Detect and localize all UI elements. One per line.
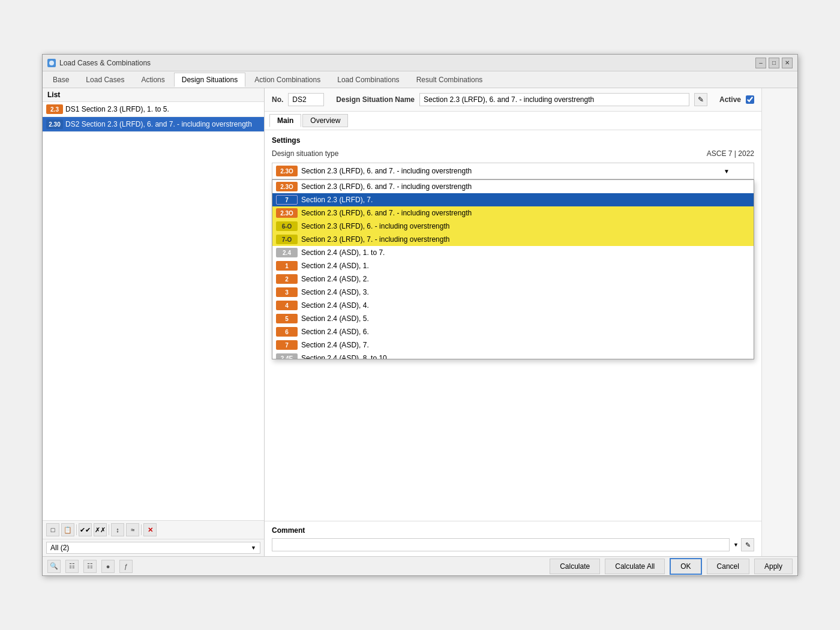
move-up-button[interactable]: ↕ — [111, 523, 124, 536]
selected-badge: 2.3O — [276, 166, 298, 176]
apply-button[interactable]: Apply — [754, 559, 793, 574]
item-badge: 3 — [276, 287, 298, 297]
tab-bar: Base Load Cases Actions Design Situation… — [43, 71, 797, 88]
item-badge: 6 — [276, 327, 298, 337]
tab-load-combinations[interactable]: Load Combinations — [329, 73, 407, 86]
dropdown-chevron-icon: ▼ — [251, 545, 256, 551]
tab-base[interactable]: Base — [45, 73, 77, 86]
comment-section: Comment ▼ ✎ — [265, 521, 761, 556]
comment-dropdown-icon[interactable]: ▼ — [733, 542, 739, 548]
all-dropdown-row: All (2) ▼ — [43, 539, 264, 556]
active-field: Active — [719, 95, 754, 104]
no-label: No. — [272, 95, 283, 104]
validate2-button[interactable]: ✗✗ — [94, 523, 107, 536]
item-badge: 7 — [276, 340, 298, 350]
item-badge: 7-O — [276, 235, 298, 244]
tab-action-combinations[interactable]: Action Combinations — [247, 73, 328, 86]
dropdown-item[interactable]: 6 Section 2.4 (ASD), 6. — [272, 325, 754, 338]
dropdown-item[interactable]: 2 Section 2.4 (ASD), 2. — [272, 272, 754, 286]
grid-button[interactable]: ☷ — [65, 560, 79, 573]
active-checkbox[interactable] — [746, 95, 754, 104]
copy-button[interactable]: 📋 — [61, 523, 74, 536]
list-item[interactable]: 2.3 DS1 Section 2.3 (LRFD), 1. to 5. — [43, 102, 264, 117]
item-badge: 6-O — [276, 221, 298, 231]
list-header: List — [43, 88, 264, 102]
cancel-button[interactable]: Cancel — [707, 559, 749, 574]
dst-label: Design situation type — [272, 149, 702, 158]
dropdown-item[interactable]: 7 Section 2.4 (ASD), 7. — [272, 338, 754, 352]
dropdown-list: 2.3O Section 2.3 (LRFD), 6. and 7. - inc… — [272, 179, 754, 359]
name-input[interactable] — [419, 93, 689, 106]
dropdown-item[interactable]: 7 Section 2.3 (LRFD), 7. — [272, 193, 754, 206]
edit-name-button[interactable]: ✎ — [694, 93, 707, 106]
no-field: No. — [272, 93, 324, 106]
dropdown-item[interactable]: 3 Section 2.4 (ASD), 3. — [272, 286, 754, 299]
name-field: Design Situation Name ✎ — [336, 93, 707, 106]
item-badge: 2 — [276, 274, 298, 284]
comment-label: Comment — [272, 526, 754, 535]
validate-button[interactable]: ✔✔ — [79, 523, 92, 536]
restore-button[interactable]: □ — [769, 58, 779, 68]
active-panel — [761, 88, 797, 556]
ok-button[interactable]: OK — [670, 558, 701, 575]
tab-actions[interactable]: Actions — [133, 73, 172, 86]
comment-input-row: ▼ ✎ — [272, 538, 754, 551]
title-bar: Load Cases & Combinations – □ ✕ — [43, 55, 797, 71]
dropdown-item[interactable]: 1 Section 2.4 (ASD), 1. — [272, 259, 754, 272]
item-badge: 5 — [276, 314, 298, 323]
item-badge: 2.3 — [46, 104, 63, 114]
dropdown-item[interactable]: 2.3O Section 2.3 (LRFD), 6. and 7. - inc… — [272, 206, 754, 220]
main-content: List 2.3 DS1 Section 2.3 (LRFD), 1. to 5… — [43, 88, 797, 556]
item-badge: 7 — [276, 195, 298, 205]
tree-button[interactable]: ☷ — [83, 560, 97, 573]
new-item-button[interactable]: □ — [46, 523, 59, 536]
bottom-toolbar: 🔍 ☷ ☷ ● ƒ Calculate Calculate All OK Can… — [43, 556, 797, 575]
tab-main[interactable]: Main — [269, 114, 301, 127]
function-button[interactable]: ƒ — [119, 560, 133, 573]
dropdown-item[interactable]: 6-O Section 2.3 (LRFD), 6. - including o… — [272, 220, 754, 233]
name-label: Design Situation Name — [336, 95, 415, 104]
item-text: DS1 Section 2.3 (LRFD), 1. to 5. — [65, 105, 169, 113]
active-label: Active — [719, 95, 741, 104]
dot-button[interactable]: ● — [101, 560, 115, 573]
selected-text: Section 2.3 (LRFD), 6. and 7. - includin… — [301, 167, 472, 175]
comment-input[interactable] — [272, 538, 730, 551]
left-panel: List 2.3 DS1 Section 2.3 (LRFD), 1. to 5… — [43, 88, 265, 556]
delete-button[interactable]: ✕ — [143, 523, 157, 536]
minimize-button[interactable]: – — [755, 58, 766, 68]
settings-content: Settings Design situation type ASCE 7 | … — [265, 130, 761, 521]
tab-load-cases[interactable]: Load Cases — [78, 73, 132, 86]
tab-result-combinations[interactable]: Result Combinations — [409, 73, 491, 86]
dropdown-item[interactable]: 2.4 Section 2.4 (ASD), 1. to 7. — [272, 246, 754, 259]
form-header: No. Design Situation Name ✎ Active — [265, 88, 761, 112]
item-badge: 2.30 — [46, 119, 63, 129]
right-panel: No. Design Situation Name ✎ Active Main … — [265, 88, 761, 556]
list-items: 2.3 DS1 Section 2.3 (LRFD), 1. to 5. 2.3… — [43, 102, 264, 311]
title-bar-left: Load Cases & Combinations — [47, 59, 151, 67]
all-dropdown[interactable]: All (2) ▼ — [46, 542, 260, 554]
dropdown-item[interactable]: 4 Section 2.4 (ASD), 4. — [272, 299, 754, 312]
dropdown-item[interactable]: 5 Section 2.4 (ASD), 5. — [272, 312, 754, 325]
comment-edit-button[interactable]: ✎ — [741, 538, 754, 551]
list-item[interactable]: 2.30 DS2 Section 2.3 (LRFD), 6. and 7. -… — [43, 117, 264, 132]
dropdown-item[interactable]: 7-O Section 2.3 (LRFD), 7. - including o… — [272, 233, 754, 246]
dst-standard: ASCE 7 | 2022 — [707, 149, 754, 158]
inner-tab-row: Main Overview — [265, 112, 761, 130]
main-window: Load Cases & Combinations – □ ✕ Base Loa… — [42, 54, 798, 576]
calculate-button[interactable]: Calculate — [550, 559, 600, 574]
close-button[interactable]: ✕ — [782, 58, 793, 68]
dropdown-item[interactable]: 2.3O Section 2.3 (LRFD), 6. and 7. - inc… — [272, 180, 754, 193]
dropdown-selected[interactable]: 2.3O Section 2.3 (LRFD), 6. and 7. - inc… — [272, 163, 754, 179]
tab-design-situations[interactable]: Design Situations — [174, 73, 245, 87]
sort-button[interactable]: ≈ — [126, 523, 139, 536]
calculate-all-button[interactable]: Calculate All — [605, 559, 665, 574]
search-button[interactable]: 🔍 — [47, 560, 61, 573]
tab-overview[interactable]: Overview — [302, 114, 348, 127]
item-badge: 2.3O — [276, 208, 298, 218]
dropdown-item[interactable]: 2.4E Section 2.4 (ASD), 8. to 10. — [272, 352, 754, 359]
list-toolbar: □ 📋 ✔✔ ✗✗ ↕ ≈ ✕ — [43, 520, 264, 539]
no-input[interactable] — [288, 93, 324, 106]
window-title: Load Cases & Combinations — [59, 59, 151, 67]
item-badge: 2.4 — [276, 248, 298, 257]
item-badge: 2.3O — [276, 182, 298, 191]
